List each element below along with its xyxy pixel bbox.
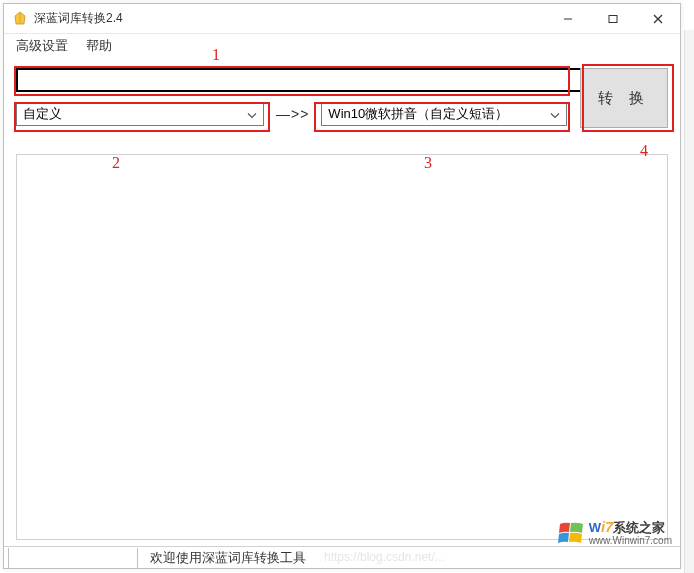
menu-advanced[interactable]: 高级设置: [16, 37, 68, 55]
window-controls: [545, 4, 680, 33]
chevron-down-icon: [247, 107, 257, 122]
background-sliver: [684, 30, 694, 573]
convert-button[interactable]: 转 换: [580, 68, 668, 128]
windows-logo-icon: [557, 520, 585, 546]
statusbar: 欢迎使用深蓝词库转换工具: [4, 546, 680, 568]
content-area: ... 自定义 —>> Win10微软拼音（自定义短语）: [4, 58, 680, 126]
status-text: 欢迎使用深蓝词库转换工具: [150, 549, 306, 567]
source-file-input[interactable]: [16, 68, 632, 92]
target-format-dropdown[interactable]: Win10微软拼音（自定义短语）: [321, 102, 567, 126]
source-format-dropdown[interactable]: 自定义: [16, 102, 264, 126]
close-button[interactable]: [635, 4, 680, 33]
status-panel: [8, 548, 138, 568]
minimize-button[interactable]: [545, 4, 590, 33]
output-textarea[interactable]: [16, 154, 668, 540]
chevron-down-icon: [550, 107, 560, 122]
maximize-button[interactable]: [590, 4, 635, 33]
titlebar: 深蓝词库转换2.4: [4, 4, 680, 34]
watermark-title: Wi7系统之家: [589, 519, 672, 534]
watermark: Wi7系统之家 www.Winwin7.com: [557, 519, 672, 546]
menubar: 高级设置 帮助: [4, 34, 680, 58]
menu-help[interactable]: 帮助: [86, 37, 112, 55]
app-window: 深蓝词库转换2.4 高级设置 帮助 ... 自定义: [3, 3, 681, 569]
arrow-separator: —>>: [272, 106, 313, 122]
source-format-value: 自定义: [23, 105, 62, 123]
watermark-url: www.Winwin7.com: [589, 536, 672, 546]
target-format-value: Win10微软拼音（自定义短语）: [328, 105, 508, 123]
window-title: 深蓝词库转换2.4: [34, 10, 123, 27]
svg-rect-1: [609, 15, 617, 22]
app-icon: [12, 11, 28, 27]
